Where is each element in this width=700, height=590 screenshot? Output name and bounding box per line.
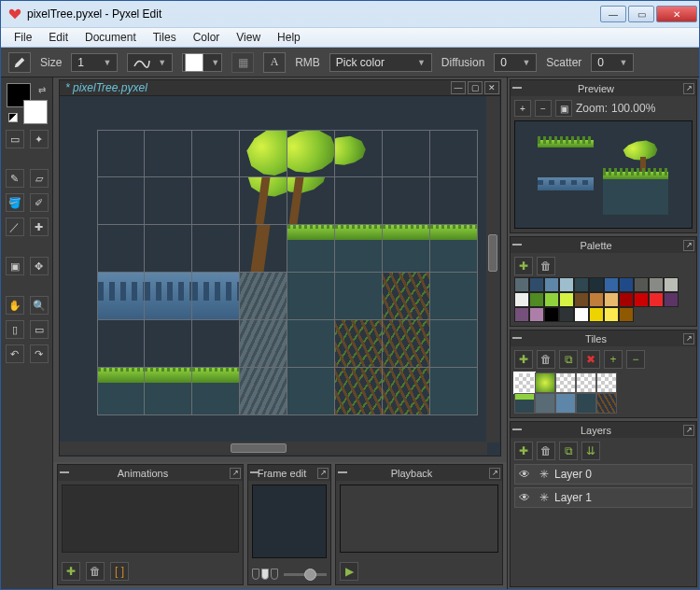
text-tool-icon[interactable]: A xyxy=(263,52,286,73)
zoom-tool[interactable]: 🔍 xyxy=(30,296,49,315)
line-tool[interactable]: ／ xyxy=(6,218,24,236)
clear-tile-button[interactable]: ✖ xyxy=(581,350,600,369)
add-animation-button[interactable]: ✚ xyxy=(62,562,80,581)
document-tab[interactable]: * pixelTree.pyxel — ▢ ✕ xyxy=(59,79,501,96)
palette-color[interactable] xyxy=(544,307,559,322)
panel-popout-icon[interactable]: ↗ xyxy=(683,425,694,436)
tile-zoom-in-icon[interactable]: + xyxy=(604,350,623,369)
palette-grid[interactable] xyxy=(511,277,696,326)
background-color[interactable] xyxy=(23,100,48,124)
palette-color[interactable] xyxy=(604,307,619,322)
canvas-viewport[interactable] xyxy=(59,96,501,457)
play-button[interactable]: ▶ xyxy=(340,562,358,581)
onion-skin-icon[interactable] xyxy=(252,569,278,580)
panel-collapse-icon[interactable] xyxy=(512,428,522,430)
palette-color[interactable] xyxy=(589,307,604,322)
palette-color[interactable] xyxy=(514,277,529,292)
delete-tile-button[interactable]: 🗑 xyxy=(537,350,555,369)
duplicate-layer-button[interactable]: ⧉ xyxy=(559,442,578,460)
menu-document[interactable]: Document xyxy=(77,29,144,46)
delete-color-button[interactable]: 🗑 xyxy=(537,257,555,275)
palette-color[interactable] xyxy=(544,292,559,307)
marquee-tool[interactable]: ▭ xyxy=(6,130,24,148)
tile-thumb[interactable] xyxy=(535,372,555,393)
palette-color[interactable] xyxy=(649,292,664,307)
tile-place-tool[interactable]: ▣ xyxy=(6,257,24,275)
palette-color[interactable] xyxy=(559,307,574,322)
tile-thumb[interactable] xyxy=(555,372,576,393)
doc-maximize-icon[interactable]: ▢ xyxy=(468,81,483,94)
palette-color[interactable] xyxy=(529,277,544,292)
palette-color[interactable] xyxy=(574,277,589,292)
pen-icon[interactable] xyxy=(8,52,31,73)
frame-canvas[interactable] xyxy=(252,485,327,558)
brush-shape-dropdown[interactable]: ▼ xyxy=(127,53,173,72)
palette-color[interactable] xyxy=(619,307,634,322)
palette-color[interactable] xyxy=(664,292,679,307)
maximize-button[interactable]: ▭ xyxy=(628,6,654,22)
horizontal-scrollbar[interactable] xyxy=(60,442,487,455)
pencil-tool[interactable]: ✎ xyxy=(6,169,24,188)
panel-popout-icon[interactable]: ↗ xyxy=(683,83,694,94)
visibility-icon[interactable]: 👁 xyxy=(519,491,534,504)
layer-row[interactable]: 👁 ✳ Layer 1 xyxy=(514,487,693,508)
reset-colors-icon[interactable] xyxy=(8,113,18,122)
flip-v-tool[interactable]: ▭ xyxy=(30,320,49,339)
panel-collapse-icon[interactable] xyxy=(512,337,522,339)
panel-collapse-icon[interactable] xyxy=(250,471,259,473)
panel-popout-icon[interactable]: ↗ xyxy=(489,468,500,479)
visibility-icon[interactable]: 👁 xyxy=(519,468,534,481)
palette-color[interactable] xyxy=(634,277,649,292)
panel-collapse-icon[interactable] xyxy=(338,471,347,473)
undo-button[interactable]: ↶ xyxy=(6,344,24,363)
palette-color[interactable] xyxy=(514,307,529,322)
menu-tiles[interactable]: Tiles xyxy=(146,29,184,46)
redo-button[interactable]: ↷ xyxy=(30,344,49,363)
animations-list[interactable] xyxy=(62,485,239,553)
bucket-tool[interactable]: 🪣 xyxy=(6,193,24,212)
doc-close-icon[interactable]: ✕ xyxy=(484,81,499,94)
add-color-button[interactable]: ✚ xyxy=(514,257,533,275)
zoom-out-icon[interactable]: − xyxy=(535,100,552,117)
panel-collapse-icon[interactable] xyxy=(512,244,522,246)
palette-color[interactable] xyxy=(619,292,634,307)
tile-zoom-out-icon[interactable]: − xyxy=(626,350,645,369)
add-tile-button[interactable]: ✚ xyxy=(514,350,533,369)
palette-color[interactable] xyxy=(664,277,679,292)
duplicate-animation-button[interactable]: [ ] xyxy=(110,562,129,581)
menu-edit[interactable]: Edit xyxy=(41,29,76,46)
size-dropdown[interactable]: 1▼ xyxy=(71,53,118,72)
merge-layer-button[interactable]: ⇊ xyxy=(581,442,600,460)
hand-tool[interactable]: ✋ xyxy=(6,296,24,315)
palette-color[interactable] xyxy=(619,277,634,292)
palette-color[interactable] xyxy=(544,277,559,292)
tile-thumb[interactable] xyxy=(514,393,535,414)
doc-minimize-icon[interactable]: — xyxy=(451,81,466,94)
palette-color[interactable] xyxy=(574,292,589,307)
duplicate-tile-button[interactable]: ⧉ xyxy=(559,350,578,369)
tile-grid[interactable] xyxy=(514,372,617,414)
palette-color[interactable] xyxy=(604,277,619,292)
menu-help[interactable]: Help xyxy=(270,29,308,46)
palette-color[interactable] xyxy=(604,292,619,307)
tile-thumb[interactable] xyxy=(576,372,596,393)
tile-thumb[interactable] xyxy=(576,393,596,414)
palette-color[interactable] xyxy=(529,292,544,307)
layer-row[interactable]: 👁 ✳ Layer 0 xyxy=(514,464,693,485)
panel-collapse-icon[interactable] xyxy=(60,471,69,473)
eyedropper-tool[interactable]: ✐ xyxy=(30,193,49,212)
diffusion-dropdown[interactable]: 0▼ xyxy=(494,53,537,72)
tile-thumb[interactable] xyxy=(596,393,617,414)
swap-colors-icon[interactable]: ⇄ xyxy=(38,85,46,95)
wand-tool[interactable]: ✦ xyxy=(30,130,49,148)
tile-thumb[interactable] xyxy=(555,393,576,414)
canvas[interactable] xyxy=(97,130,478,415)
palette-color[interactable] xyxy=(559,292,574,307)
rmb-dropdown[interactable]: Pick color▼ xyxy=(329,53,432,72)
preview-canvas[interactable] xyxy=(514,120,693,229)
titlebar[interactable]: pixelTree.pyxel - Pyxel Edit — ▭ ✕ xyxy=(1,1,699,27)
palette-color[interactable] xyxy=(559,277,574,292)
flip-h-tool[interactable]: ▯ xyxy=(6,320,24,339)
panel-popout-icon[interactable]: ↗ xyxy=(683,333,694,344)
crosshair-tool[interactable]: ✚ xyxy=(30,218,49,236)
